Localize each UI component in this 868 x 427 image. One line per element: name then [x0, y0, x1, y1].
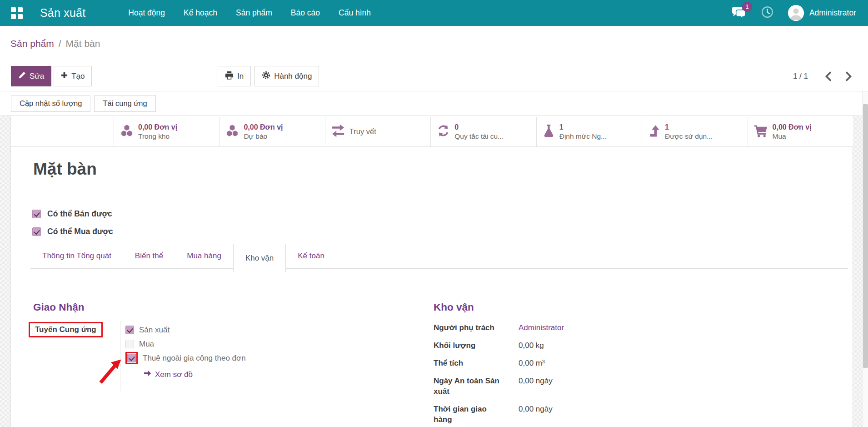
breadcrumb: Sản phẩm / Mặt bàn [0, 26, 868, 61]
product-flags: Có thể Bán được Có thể Mua được [32, 205, 113, 241]
printer-icon [225, 71, 234, 82]
flask-icon [543, 124, 555, 140]
stat-label: Định mức Ng... [559, 132, 607, 141]
messages-count-badge: 1 [742, 2, 752, 12]
menu-planning[interactable]: Kế hoạch [183, 5, 218, 20]
flag-label: Có thể Mua được [47, 227, 113, 236]
stat-row-divider [10, 146, 853, 147]
menu-settings[interactable]: Cấu hình [338, 5, 372, 20]
refresh-icon [437, 124, 450, 139]
flag-label: Có thể Bán được [47, 209, 112, 219]
route-buy: Mua [125, 337, 246, 351]
vertical-scrollbar[interactable] [862, 91, 868, 427]
user-name[interactable]: Administrator [809, 8, 856, 18]
stat-value: 0,00 Đơn vị [138, 123, 177, 132]
field-value-manuf-lead-time: 0,00 ngày [511, 372, 638, 401]
gear-icon [262, 71, 270, 82]
stat-button-purchased[interactable]: 0,00 Đơn vịMua [748, 117, 853, 146]
field-value-weight: 0,00 kg [511, 337, 638, 355]
stat-label: Trong kho [138, 132, 177, 141]
messages-button[interactable]: 1 [732, 6, 746, 20]
route-buy-checkbox[interactable] [125, 340, 134, 348]
route-subcontract-checkbox[interactable] [127, 354, 136, 362]
pager-previous-button[interactable] [823, 70, 834, 83]
stat-button-used-in[interactable]: 1Được sử dụn... [642, 117, 747, 146]
route-label: Mua [139, 340, 154, 349]
field-value-volume: 0,00 m³ [511, 355, 638, 372]
cart-icon [754, 124, 768, 139]
routes-field-label-highlighted: Tuyến Cung ứng [29, 322, 103, 337]
stat-button-on-hand[interactable]: 0,00 Đơn vịTrong kho [114, 117, 219, 146]
route-label: Sản xuất [139, 326, 170, 335]
tab-variants[interactable]: Biến thể [123, 244, 175, 268]
stat-button-row: 0,00 Đơn vịTrong kho 0,00 Đơn vịDự báo [114, 117, 853, 146]
pager-count: 1 / 1 [793, 72, 808, 81]
tab-inventory[interactable]: Kho vận [233, 244, 286, 272]
annotation-red-box [125, 352, 138, 364]
annotation-red-arrow [95, 356, 125, 388]
logistics-field-group: Người phụ trách Administrator Khối lượng… [434, 319, 638, 427]
routes-checkbox-group: Sản xuất Mua Thuê ngoài gia công theo đơ… [125, 323, 246, 365]
route-label: Thuê ngoài gia công theo đơn [143, 354, 246, 363]
update-quantity-label: Cập nhật số lượng [20, 99, 82, 108]
stat-button-forecast[interactable]: 0,00 Đơn vịDự báo [219, 117, 324, 146]
edit-button[interactable]: Sửa [11, 66, 51, 86]
tab-purchase[interactable]: Mua hàng [175, 244, 233, 268]
stat-value: 0,00 Đơn vị [773, 123, 812, 132]
tab-accounting[interactable]: Kế toán [286, 244, 336, 268]
toolbar-left: Sửa Tạo [11, 66, 92, 86]
can-be-purchased-checkbox[interactable] [32, 227, 41, 236]
user-avatar[interactable] [788, 5, 804, 21]
menu-products[interactable]: Sản phẩm [235, 5, 273, 20]
replenish-button[interactable]: Tái cung ứng [94, 95, 155, 112]
update-quantity-button[interactable]: Cập nhật số lượng [11, 95, 90, 112]
route-manufacture: Sản xuất [125, 323, 246, 337]
breadcrumb-separator: / [59, 38, 61, 49]
form-content: 0,00 Đơn vịTrong kho 0,00 Đơn vịDự báo [0, 116, 868, 427]
cubes-icon [120, 124, 134, 140]
stat-label: Truy vết [349, 127, 376, 136]
flag-can-be-sold: Có thể Bán được [32, 205, 113, 223]
chevron-right-icon [844, 71, 853, 81]
notebook-tabs: Thông tin Tổng quát Biến thể Mua hàng Kh… [30, 244, 848, 269]
top-navbar: Sản xuất Hoạt động Kế hoạch Sản phẩm Báo… [0, 0, 868, 26]
field-value-responsible[interactable]: Administrator [511, 319, 638, 337]
view-diagram-label: Xem sơ đồ [155, 370, 193, 379]
pager-next-button[interactable] [843, 70, 854, 83]
stat-value: 1 [559, 123, 607, 132]
replenish-label: Tái cung ứng [103, 99, 147, 108]
view-diagram-link[interactable]: Xem sơ đồ [144, 370, 193, 379]
menu-reports[interactable]: Báo cáo [290, 5, 321, 20]
clock-icon [761, 6, 773, 20]
tab-general-information[interactable]: Thông tin Tổng quát [30, 244, 123, 268]
field-value-delivery-lead-time: 0,00 ngày [511, 401, 638, 427]
create-button[interactable]: Tạo [54, 66, 92, 86]
apps-grid-icon[interactable] [11, 7, 23, 19]
can-be-sold-checkbox[interactable] [32, 210, 41, 218]
activity-clock-button[interactable] [761, 6, 773, 20]
app-name[interactable]: Sản xuất [40, 6, 85, 20]
stat-label: Quy tắc tái cu... [454, 132, 504, 141]
flag-can-be-purchased: Có thể Mua được [32, 223, 113, 241]
plus-icon [61, 72, 68, 81]
action-button[interactable]: Hành động [254, 66, 319, 86]
stat-button-reordering-rules[interactable]: 0Quy tắc tái cu... [430, 117, 536, 146]
chevron-left-icon [824, 71, 833, 81]
print-button[interactable]: In [218, 66, 251, 86]
stat-label: Mua [773, 132, 812, 141]
pager: 1 / 1 [793, 70, 854, 83]
breadcrumb-parent-link[interactable]: Sản phẩm [10, 38, 54, 49]
stat-button-bom[interactable]: 1Định mức Ng... [536, 117, 642, 146]
main-menu: Hoạt động Kế hoạch Sản phẩm Báo cáo Cấu … [127, 5, 372, 20]
stat-button-traceability[interactable]: Truy vết [325, 117, 430, 146]
chat-icon [732, 12, 746, 20]
route-manufacture-checkbox[interactable] [125, 326, 134, 334]
menu-activities[interactable]: Hoạt động [127, 5, 166, 20]
cubes-icon [225, 124, 239, 140]
scrollbar-thumb[interactable] [863, 104, 868, 368]
stat-value: 0 [454, 123, 504, 132]
form-sheet [10, 116, 853, 427]
form-toolbar: Sửa Tạo In [0, 61, 868, 91]
pencil-icon [18, 71, 26, 81]
field-label-responsible: Người phụ trách [434, 319, 511, 337]
